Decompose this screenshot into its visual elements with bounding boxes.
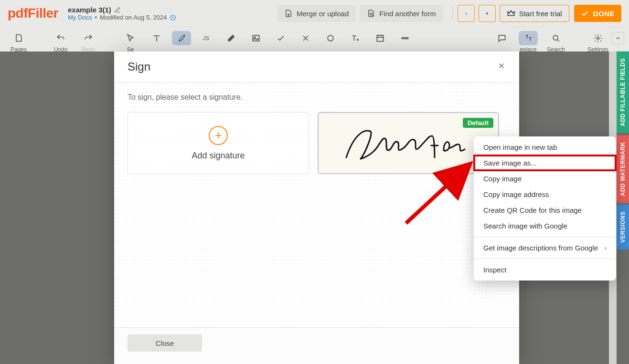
sign-modal: Sign To sign, please select a signature.…	[114, 52, 519, 364]
more-tool[interactable]	[393, 28, 417, 45]
workspace: ADD FILLABLE FIELDS ADD WATERMARK VERSIO…	[0, 52, 629, 364]
modal-close-footer-button[interactable]: Close	[128, 334, 202, 352]
circle-icon	[326, 33, 335, 43]
ctx-label: Copy image address	[483, 190, 549, 198]
sign-instruction: To sign, please select a signature.	[128, 93, 506, 102]
edit-title-icon[interactable]	[114, 7, 121, 13]
ctx-label: Get image descriptions from Google	[483, 244, 598, 252]
cursor-icon	[126, 33, 135, 43]
ctx-search-google[interactable]: Search image with Google	[474, 218, 616, 234]
merge-label: Merge or upload	[297, 10, 349, 18]
download-button[interactable]	[458, 5, 475, 22]
collapse-panel-button[interactable]	[612, 32, 624, 44]
redo-icon	[84, 33, 93, 43]
modified-date: Modified on Aug 5, 2024	[100, 14, 167, 21]
merge-icon	[284, 9, 293, 18]
modal-close-button[interactable]	[497, 61, 506, 73]
settings-tool[interactable]: Settings	[584, 28, 612, 53]
select-tool[interactable]: Se	[117, 28, 144, 53]
find-form-icon	[367, 9, 375, 18]
ctx-image-descriptions[interactable]: Get image descriptions from Google ›	[474, 240, 616, 256]
ctx-open-new-tab[interactable]: Open image in new tab	[474, 139, 616, 155]
download-icon	[465, 9, 468, 18]
context-menu: Open image in new tab Save image as... C…	[474, 136, 616, 281]
signature-image	[337, 122, 480, 165]
chevron-right-icon: ›	[605, 244, 607, 251]
ctx-inspect[interactable]: Inspect	[474, 262, 616, 278]
comment-tool[interactable]	[490, 28, 514, 45]
ctx-create-qr[interactable]: Create QR Code for this image	[474, 202, 616, 218]
checkmark-icon	[276, 33, 286, 43]
ctx-label: Copy image	[483, 175, 522, 183]
cross-tool[interactable]	[293, 28, 318, 45]
sign-tool[interactable]	[169, 28, 194, 45]
comment-icon	[497, 33, 507, 43]
merge-upload-button[interactable]: Merge or upload	[277, 5, 355, 22]
svg-point-12	[597, 37, 599, 40]
add-signature-label: Add signature	[192, 151, 245, 161]
start-trial-button[interactable]: Start free trial	[500, 5, 569, 22]
modal-title: Sign	[128, 60, 150, 73]
my-docs-link[interactable]: My Docs	[68, 14, 92, 21]
find-form-button[interactable]: Find another form	[360, 5, 442, 22]
text-tool[interactable]	[144, 28, 169, 45]
svg-point-1	[370, 13, 373, 15]
replace-icon	[523, 33, 533, 43]
undo-icon	[56, 33, 65, 43]
default-badge: Default	[463, 118, 493, 128]
plus-circle-icon: +	[209, 126, 228, 145]
ctx-separator	[474, 259, 616, 259]
replace-tool[interactable]: eplace	[514, 28, 542, 53]
ctx-label: Create QR Code for this image	[483, 206, 582, 214]
pages-icon	[14, 33, 23, 43]
ctx-save-image-as[interactable]: Save image as...	[474, 155, 616, 171]
gear-icon	[593, 33, 603, 43]
dot-separator: •	[95, 14, 97, 21]
ctx-label: Save image as...	[483, 159, 537, 167]
crown-icon	[507, 9, 515, 18]
erase-tool[interactable]	[219, 28, 244, 45]
quill-icon	[177, 33, 186, 43]
done-button[interactable]: DONE	[574, 5, 621, 22]
svg-point-8	[402, 37, 403, 39]
textbox-tool[interactable]	[343, 28, 368, 45]
print-button[interactable]	[479, 5, 496, 22]
ctx-separator	[474, 237, 616, 237]
svg-point-11	[553, 35, 558, 40]
top-bar: pdfFiller example 3(1) My Docs • Modifie…	[0, 0, 629, 27]
app-logo: pdfFiller	[8, 6, 58, 21]
textbox-icon	[351, 33, 360, 43]
start-trial-label: Start free trial	[519, 10, 562, 18]
search-icon	[551, 33, 561, 43]
ctx-copy-image[interactable]: Copy image	[474, 171, 616, 187]
undo-tool[interactable]: Undo	[47, 28, 75, 53]
chevron-up-icon	[615, 35, 621, 42]
editor-toolbar: Pages Undo Redo Se JS eplace Search Sett…	[0, 27, 629, 52]
redo-tool[interactable]: Redo	[75, 28, 102, 53]
initials-tool[interactable]: JS	[194, 28, 219, 45]
svg-text:JS: JS	[203, 35, 210, 41]
header-divider	[452, 7, 453, 20]
history-icon[interactable]	[170, 14, 176, 21]
find-form-label: Find another form	[379, 10, 436, 18]
ctx-copy-address[interactable]: Copy image address	[474, 187, 616, 202]
document-title: example 3(1)	[68, 6, 111, 14]
close-icon	[497, 62, 506, 70]
eraser-icon	[226, 33, 236, 43]
circle-tool[interactable]	[318, 28, 343, 45]
ctx-label: Open image in new tab	[483, 143, 557, 151]
check-icon	[581, 9, 589, 18]
done-label: DONE	[593, 10, 615, 18]
add-signature-card[interactable]: + Add signature	[128, 112, 309, 174]
svg-point-9	[404, 37, 405, 39]
image-tool[interactable]	[244, 28, 268, 45]
document-info: example 3(1) My Docs • Modified on Aug 5…	[68, 6, 176, 21]
check-tool[interactable]	[268, 28, 293, 45]
pages-tool[interactable]: Pages	[5, 28, 32, 53]
cross-icon	[301, 33, 310, 43]
svg-point-10	[406, 37, 408, 39]
search-tool[interactable]: Search	[542, 28, 570, 53]
date-tool[interactable]	[368, 28, 393, 45]
signature-card[interactable]: Default	[318, 112, 499, 174]
text-icon	[152, 33, 161, 43]
